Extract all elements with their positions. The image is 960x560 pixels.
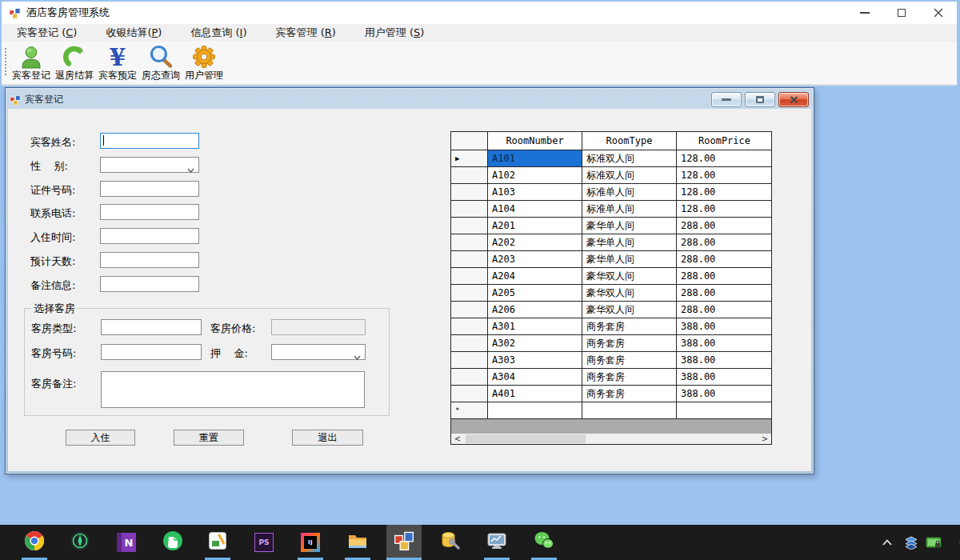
cell-RoomPrice[interactable]: 388.00 <box>677 352 772 369</box>
new-row-cell[interactable] <box>488 402 582 419</box>
cell-RoomType[interactable]: 标准单人间 <box>582 184 677 201</box>
taskbar-hotel-app-button[interactable] <box>386 525 422 560</box>
taskbar-onenote-button[interactable]: N <box>109 525 144 560</box>
remark-info-input[interactable] <box>100 276 199 292</box>
cell-RoomType[interactable]: 商务套房 <box>582 369 677 386</box>
contact-phone-input[interactable] <box>100 204 199 220</box>
tray-layers-icon[interactable] <box>900 525 922 560</box>
new-row-cell[interactable] <box>677 402 772 419</box>
cell-RoomNumber[interactable]: A206 <box>488 302 582 318</box>
cell-RoomType[interactable]: 豪华双人间 <box>582 268 677 285</box>
cell-RoomType[interactable]: 豪华双人间 <box>582 302 677 318</box>
cell-RoomPrice[interactable]: 288.00 <box>677 251 772 268</box>
deposit-combobox[interactable] <box>271 344 366 360</box>
row-header[interactable] <box>451 167 488 184</box>
cell-RoomType[interactable]: 商务套房 <box>582 386 677 402</box>
minimize-button[interactable] <box>846 2 883 24</box>
taskbar-photoshop-button[interactable]: PS <box>246 525 282 560</box>
cell-RoomNumber[interactable]: A302 <box>488 335 582 352</box>
child-titlebar[interactable]: 宾客登记 <box>8 90 811 109</box>
tray-chevron-icon[interactable] <box>876 525 898 560</box>
row-header[interactable] <box>451 184 488 201</box>
scrollbar-thumb[interactable] <box>466 434 586 443</box>
maximize-button[interactable] <box>883 2 920 24</box>
row-header[interactable] <box>451 386 488 402</box>
row-header[interactable] <box>451 201 488 218</box>
horizontal-scrollbar[interactable]: < > <box>451 434 771 444</box>
row-header-current[interactable]: ▶ <box>451 150 488 167</box>
taskbar-notes-button[interactable] <box>200 525 235 560</box>
close-button[interactable] <box>920 2 957 24</box>
row-header[interactable] <box>451 285 488 302</box>
cell-RoomType[interactable]: 商务套房 <box>582 352 677 369</box>
cell-RoomNumber[interactable]: A205 <box>488 285 582 302</box>
row-header[interactable] <box>451 302 488 318</box>
cell-RoomPrice[interactable]: 288.00 <box>677 268 772 285</box>
cell-RoomType[interactable]: 标准双人间 <box>582 150 677 167</box>
cell-RoomPrice[interactable]: 288.00 <box>677 218 772 234</box>
cell-RoomPrice[interactable]: 128.00 <box>677 201 772 218</box>
menu-item-guest-register[interactable]: 宾客登记 (C) <box>6 26 87 40</box>
expected-days-input[interactable] <box>100 252 199 268</box>
rooms-datagrid[interactable]: RoomNumberRoomTypeRoomPrice▶A101标准双人间128… <box>450 131 772 445</box>
exit-button[interactable]: 退出 <box>292 430 363 446</box>
new-row-cell[interactable] <box>582 402 677 419</box>
cell-RoomType[interactable]: 商务套房 <box>582 335 677 352</box>
cell-RoomNumber[interactable]: A101 <box>488 150 582 167</box>
toolbar-button-guest-register[interactable]: 宾客登记 <box>10 42 53 82</box>
row-header[interactable] <box>451 352 488 369</box>
cell-RoomNumber[interactable]: A203 <box>488 251 582 268</box>
scroll-right-arrow[interactable]: > <box>758 434 771 444</box>
guest-name-input[interactable] <box>100 133 199 149</box>
cell-RoomType[interactable]: 豪华单人间 <box>582 234 677 251</box>
cell-RoomType[interactable]: 标准单人间 <box>582 201 677 218</box>
checkin-button[interactable]: 入住 <box>66 430 135 446</box>
cell-RoomNumber[interactable]: A301 <box>488 318 582 335</box>
taskbar-evernote-button[interactable] <box>155 525 190 560</box>
child-minimize-button[interactable] <box>711 92 742 107</box>
room-type-input[interactable] <box>101 319 202 335</box>
menu-item-user-manage[interactable]: 用户管理 (S) <box>354 26 435 40</box>
cell-RoomNumber[interactable]: A303 <box>488 352 582 369</box>
menu-item-info-query[interactable]: 信息查询 (I) <box>180 26 257 40</box>
row-header[interactable] <box>451 268 488 285</box>
tray-partial-icon[interactable] <box>950 525 960 560</box>
taskbar-file-explorer-button[interactable] <box>340 525 375 560</box>
cell-RoomPrice[interactable]: 288.00 <box>677 234 772 251</box>
cell-RoomType[interactable]: 豪华单人间 <box>582 218 677 234</box>
cell-RoomType[interactable]: 豪华双人间 <box>582 285 677 302</box>
cell-RoomNumber[interactable]: A201 <box>488 218 582 234</box>
row-header[interactable] <box>451 369 488 386</box>
taskbar-remote-monitor-button[interactable] <box>479 525 514 560</box>
cell-RoomNumber[interactable]: A103 <box>488 184 582 201</box>
cell-RoomNumber[interactable]: A102 <box>488 167 582 184</box>
cell-RoomType[interactable]: 标准双人间 <box>582 167 677 184</box>
column-header-RoomType[interactable]: RoomType <box>582 132 677 150</box>
row-header[interactable] <box>451 335 488 352</box>
column-header-RoomNumber[interactable]: RoomNumber <box>488 132 582 150</box>
toolbar-grip[interactable] <box>5 48 6 76</box>
cell-RoomPrice[interactable]: 128.00 <box>677 184 772 201</box>
cell-RoomNumber[interactable]: A104 <box>488 201 582 218</box>
tray-screen-icon[interactable] <box>922 525 945 560</box>
cell-RoomPrice[interactable]: 388.00 <box>677 335 772 352</box>
cell-RoomType[interactable]: 商务套房 <box>582 318 677 335</box>
cell-RoomPrice[interactable]: 128.00 <box>677 150 772 167</box>
cell-RoomPrice[interactable]: 388.00 <box>677 318 772 335</box>
cell-RoomPrice[interactable]: 288.00 <box>677 302 772 318</box>
cell-RoomPrice[interactable]: 128.00 <box>677 167 772 184</box>
child-close-button[interactable] <box>778 92 809 107</box>
grid-corner-header[interactable] <box>451 132 488 150</box>
cell-RoomNumber[interactable]: A304 <box>488 369 582 386</box>
taskbar-intellij-button[interactable]: IJ <box>293 525 328 560</box>
taskbar-db-tool-button[interactable] <box>433 525 468 560</box>
row-header[interactable] <box>451 318 488 335</box>
cell-RoomNumber[interactable]: A401 <box>488 386 582 402</box>
checkin-time-input[interactable] <box>100 228 199 244</box>
taskbar-chrome-button[interactable] <box>17 525 52 560</box>
toolbar-button-checkout-settle[interactable]: 退房结算 <box>53 42 96 82</box>
column-header-RoomPrice[interactable]: RoomPrice <box>677 132 772 150</box>
toolbar-button-guest-reserve[interactable]: ¥宾客预定 <box>96 42 139 82</box>
gender-combobox[interactable] <box>100 157 199 173</box>
child-restore-button[interactable] <box>745 92 775 107</box>
